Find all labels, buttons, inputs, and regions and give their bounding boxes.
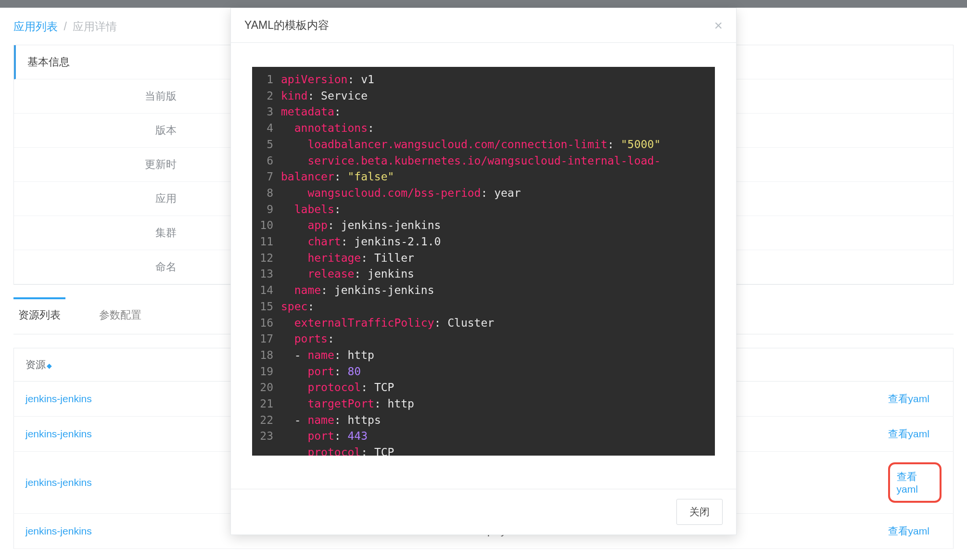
modal-body: 1234567891011121314151617181920212223 ap… xyxy=(231,43,736,489)
yaml-modal: YAML的模板内容 × 1234567891011121314151617181… xyxy=(230,8,737,535)
modal-title: YAML的模板内容 xyxy=(244,18,329,33)
close-icon[interactable]: × xyxy=(714,18,723,33)
code-content: apiVersion: v1kind: Servicemetadata: ann… xyxy=(278,67,715,456)
yaml-code-block[interactable]: 1234567891011121314151617181920212223 ap… xyxy=(252,67,715,456)
close-button[interactable]: 关闭 xyxy=(676,499,723,525)
modal-overlay: YAML的模板内容 × 1234567891011121314151617181… xyxy=(0,8,967,560)
modal-footer: 关闭 xyxy=(231,489,736,535)
modal-header: YAML的模板内容 × xyxy=(231,8,736,43)
top-bar xyxy=(0,0,967,8)
code-gutter: 1234567891011121314151617181920212223 xyxy=(252,67,278,456)
